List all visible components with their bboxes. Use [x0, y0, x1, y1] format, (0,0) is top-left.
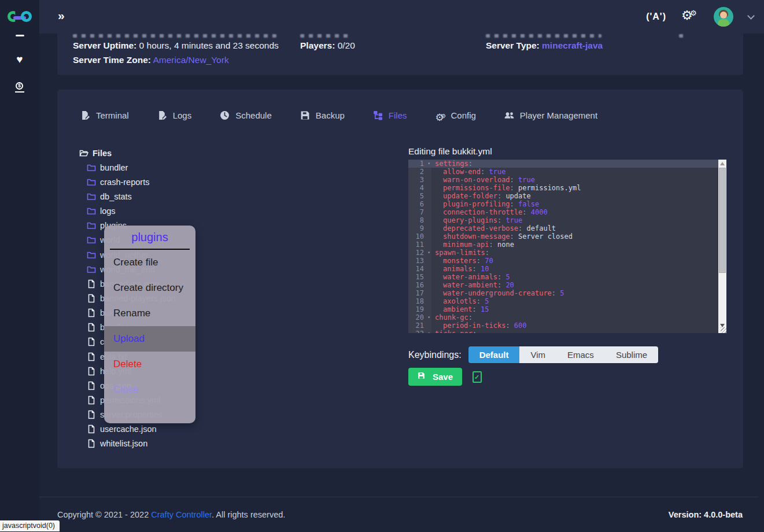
- file-icon: [87, 424, 96, 434]
- avatar[interactable]: [714, 7, 733, 27]
- context-menu-item-rename[interactable]: Rename: [104, 301, 195, 326]
- code-line-16[interactable]: 16water-ambient: 20: [408, 281, 718, 289]
- language-icon[interactable]: ('A'): [646, 12, 666, 22]
- editor-scrollbar[interactable]: [718, 160, 726, 333]
- tab-backup[interactable]: Backup: [300, 110, 345, 120]
- context-menu-item-upload[interactable]: Upload: [104, 326, 195, 352]
- tree-item-db-stats[interactable]: db_stats: [79, 189, 176, 204]
- tree-item-label: crash-reports: [100, 178, 149, 187]
- file-icon: [87, 381, 96, 390]
- fold-caret-icon[interactable]: ▾: [427, 249, 430, 257]
- tab-label: Files: [389, 110, 407, 120]
- tree-item-bundler[interactable]: bundler: [79, 160, 176, 175]
- heart-icon[interactable]: ♥: [16, 54, 23, 65]
- tree-item-label: logs: [100, 206, 116, 216]
- keybinding-vim-button[interactable]: Vim: [519, 346, 556, 363]
- sidebar-collapse-icon[interactable]: »: [58, 9, 65, 23]
- tab-player-management[interactable]: Player Management: [504, 110, 597, 120]
- tab-label: Terminal: [96, 110, 129, 120]
- file-pen-icon: [80, 110, 90, 120]
- folder-icon: [87, 178, 96, 187]
- fold-caret-icon[interactable]: ▾: [427, 313, 430, 322]
- donate-icon[interactable]: $: [14, 82, 25, 93]
- tab-config[interactable]: ⚙⚙Config: [435, 110, 476, 120]
- settings-gears-icon[interactable]: ⚙⚙: [681, 9, 699, 24]
- tab-label: Logs: [173, 110, 192, 120]
- code-line-6[interactable]: 6plugin-profiling: false: [408, 200, 718, 208]
- editor-lines: 1▾settings:2allow-end: true3warn-on-over…: [408, 160, 718, 333]
- tab-schedule[interactable]: Schedule: [220, 110, 272, 120]
- tree-item-logs[interactable]: logs: [79, 204, 176, 219]
- file-icon: [87, 294, 96, 303]
- server-type-value[interactable]: minecraft-java: [542, 40, 603, 50]
- code-line-8[interactable]: 8query-plugins: true: [408, 216, 718, 224]
- folder-tree-icon: [373, 110, 383, 120]
- crafty-controller-link[interactable]: Crafty Controller: [151, 510, 212, 519]
- players-label: Players:: [300, 40, 335, 50]
- server-uptime: Server Uptime: 0 hours, 4 minutes and 23…: [73, 40, 279, 51]
- tree-item-whitelist-json[interactable]: whitelist.json: [79, 437, 176, 451]
- tab-label: Config: [451, 110, 476, 120]
- folder-open-icon: [79, 149, 88, 158]
- context-menu-item-close[interactable]: Close: [104, 377, 195, 402]
- code-line-18[interactable]: 18axolotls: 5: [408, 297, 718, 305]
- file-icon: [87, 323, 96, 332]
- code-line-21[interactable]: 21period-in-ticks: 600: [408, 322, 718, 330]
- code-line-7[interactable]: 7connection-throttle: 4000: [408, 208, 718, 216]
- file-icon: [87, 337, 96, 346]
- keybinding-sublime-button[interactable]: Sublime: [605, 346, 658, 363]
- code-line-4[interactable]: 4permissions-file: permissions.yml: [408, 184, 718, 192]
- server-timezone-value[interactable]: America/New_York: [153, 55, 228, 65]
- redacted-text: [486, 34, 601, 38]
- footer-copyright: Copyright © 2021 - 2022 Crafty Controlle…: [57, 510, 285, 519]
- fold-caret-icon[interactable]: ▾: [427, 160, 430, 168]
- code-line-13[interactable]: 13monsters: 70: [408, 257, 718, 265]
- code-line-5[interactable]: 5update-folder: update: [408, 192, 718, 200]
- code-line-14[interactable]: 14animals: 10: [408, 265, 718, 273]
- keybinding-emacs-button[interactable]: Emacs: [556, 346, 605, 363]
- code-line-9[interactable]: 9deprecated-verbose: default: [408, 224, 718, 232]
- save-button[interactable]: Save: [408, 368, 462, 386]
- code-line-19[interactable]: 19ambient: 15: [408, 305, 718, 313]
- save-row: Save: [408, 368, 482, 386]
- code-line-12[interactable]: 12▾spawn-limits:: [408, 249, 718, 257]
- redacted-text: [679, 34, 687, 38]
- file-icon: [87, 308, 96, 317]
- resize-grip-icon[interactable]: [721, 327, 726, 333]
- dashboard-icon[interactable]: [16, 35, 24, 36]
- code-line-22[interactable]: 22▾ticks-per:: [408, 330, 718, 333]
- code-line-17[interactable]: 17water-underground-creature: 5: [408, 289, 718, 297]
- tab-logs[interactable]: Logs: [157, 110, 192, 120]
- tree-item-crash-reports[interactable]: crash-reports: [79, 175, 176, 189]
- tab-files[interactable]: Files: [373, 110, 407, 120]
- file-icon: [87, 439, 96, 448]
- context-menu-item-create-directory[interactable]: Create directory: [104, 275, 195, 301]
- code-editor[interactable]: 1▾settings:2allow-end: true3warn-on-over…: [408, 160, 726, 333]
- scroll-up-icon[interactable]: [720, 162, 725, 165]
- code-line-20[interactable]: 20▾chunk-gc:: [408, 313, 718, 322]
- server-type: Server Type: minecraft-java: [486, 40, 603, 51]
- context-menu-item-delete[interactable]: Delete: [104, 352, 195, 377]
- scrollbar-thumb[interactable]: [719, 168, 726, 273]
- server-type-label: Server Type:: [486, 40, 540, 50]
- keybindings-label: Keybindings:: [408, 350, 462, 360]
- top-navbar: » ('A') ⚙⚙: [0, 0, 764, 34]
- keybinding-default-button[interactable]: Default: [468, 346, 520, 363]
- context-menu-item-create-file[interactable]: Create file: [104, 250, 195, 275]
- code-line-11[interactable]: 11minimum-api: none: [408, 241, 718, 249]
- tree-root-label: Files: [93, 149, 112, 158]
- chevron-down-icon[interactable]: [747, 12, 755, 20]
- code-line-3[interactable]: 3warn-on-overload: true: [408, 176, 718, 184]
- tree-item-usercache-json[interactable]: usercache.json: [79, 422, 176, 437]
- crafty-logo-icon[interactable]: [8, 9, 32, 25]
- code-line-2[interactable]: 2allow-end: true: [408, 168, 718, 176]
- editor-title: Editing file bukkit.yml: [408, 146, 492, 157]
- code-line-10[interactable]: 10shutdown-message: Server closed: [408, 232, 718, 241]
- tab-terminal[interactable]: Terminal: [80, 110, 129, 120]
- code-line-15[interactable]: 15water-animals: 5: [408, 273, 718, 281]
- file-check-icon[interactable]: [473, 371, 482, 383]
- code-line-1[interactable]: 1▾settings:: [408, 160, 718, 168]
- folder-icon: [87, 250, 96, 260]
- fold-caret-icon[interactable]: ▾: [427, 330, 430, 333]
- tree-root-files[interactable]: Files: [79, 146, 176, 160]
